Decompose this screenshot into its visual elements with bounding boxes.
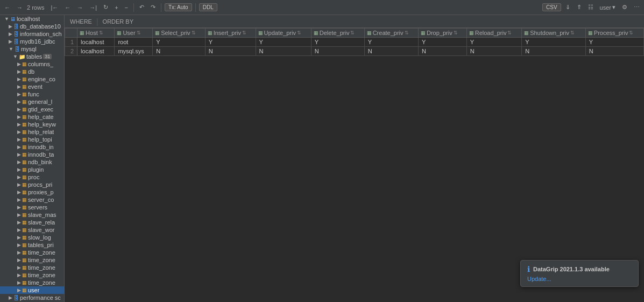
sidebar-item-time-zone2[interactable]: ▶ ▦ time_zone [0, 256, 64, 264]
sidebar-item-plugin[interactable]: ▶ ▦ plugin [0, 166, 64, 173]
th-delete-priv[interactable]: ▦ Delete_priv ⇅ [311, 29, 364, 38]
table-row[interactable]: 1localhostrootYYYYYYYYY [65, 38, 644, 47]
th-select-priv[interactable]: ▦ Select_priv ⇅ [153, 29, 206, 38]
sidebar-item-server-co[interactable]: ▶ ▦ server_co [0, 196, 64, 203]
cell-drop_priv[interactable]: N [418, 47, 466, 56]
sidebar-item-label: slave_wor [28, 227, 55, 233]
main-layout: ▼ 🖥 localhost ▶ 🗄 db_database10 ▶ 🗄 info… [0, 15, 644, 302]
nav-first-button[interactable]: |← [48, 3, 60, 12]
th-host[interactable]: ▦ Host ⇅ [77, 29, 115, 38]
sidebar-item-gtid-exec[interactable]: ▶ ▦ gtid_exec [0, 106, 64, 113]
cell-create_priv[interactable]: Y [364, 38, 418, 47]
sidebar-item-slave-wor[interactable]: ▶ ▦ slave_wor [0, 226, 64, 234]
cell-user[interactable]: mysql.sys [115, 47, 153, 56]
redo-button[interactable]: ↷ [148, 3, 158, 12]
cell-host[interactable]: localhost [77, 47, 115, 56]
sidebar-item-tables[interactable]: ▼ 📁 tables 31 [0, 53, 64, 60]
cell-insert_priv[interactable]: Y [205, 38, 256, 47]
sidebar-item-help-keyw[interactable]: ▶ ▦ help_keyw [0, 121, 64, 128]
sidebar-item-innodb-in[interactable]: ▶ ▦ innodb_in [0, 143, 64, 151]
refresh-button[interactable]: ↻ [101, 3, 110, 12]
sidebar-item-columns[interactable]: ▶ ▦ columns_ [0, 60, 64, 68]
user-menu[interactable]: user ▾ [598, 3, 618, 12]
sidebar-item-slave-mas[interactable]: ▶ ▦ slave_mas [0, 211, 64, 219]
cell-insert_priv[interactable]: N [205, 47, 256, 56]
filter-button[interactable]: ☷ [586, 3, 596, 12]
download-button[interactable]: ⇓ [563, 3, 572, 12]
add-row-button[interactable]: + [112, 3, 120, 12]
sidebar-item-help-cate[interactable]: ▶ ▦ help_cate [0, 113, 64, 121]
th-process-priv[interactable]: ▦ Process_priv ⇅ [585, 29, 643, 38]
sidebar-item-ndb-bink[interactable]: ▶ ▦ ndb_bink [0, 158, 64, 166]
sidebar-item-proc[interactable]: ▶ ▦ proc [0, 173, 64, 181]
th-create-priv[interactable]: ▦ Create_priv ⇅ [364, 29, 418, 38]
sidebar-item-performance-sc[interactable]: ▶ 🗄 performance sc [0, 294, 64, 301]
th-shutdown-priv[interactable]: ▦ Shutdown_priv ⇅ [522, 29, 586, 38]
table-row[interactable]: 2localhostmysql.sysNNNNNNNNN [65, 47, 644, 56]
cell-host[interactable]: localhost [77, 38, 115, 47]
upload-button[interactable]: ⇑ [575, 3, 584, 12]
cell-shutdown_priv[interactable]: Y [522, 38, 586, 47]
th-reload-priv[interactable]: ▦ Reload_priv ⇅ [466, 29, 521, 38]
back-button[interactable]: ← [2, 3, 12, 12]
cell-rownum[interactable]: 1 [65, 38, 77, 47]
cell-select_priv[interactable]: N [153, 47, 206, 56]
cell-user[interactable]: root [115, 38, 153, 47]
sidebar-item-time-zone1[interactable]: ▶ ▦ time_zone [0, 249, 64, 256]
sidebar-item-time-zone4[interactable]: ▶ ▦ time_zone [0, 271, 64, 279]
settings-button[interactable]: ⚙ [620, 3, 629, 12]
sidebar-item-func[interactable]: ▶ ▦ func [0, 90, 64, 98]
sidebar-item-help-topi[interactable]: ▶ ▦ help_topi [0, 136, 64, 143]
sidebar-item-time-zone3[interactable]: ▶ ▦ time_zone [0, 264, 64, 271]
sidebar-item-proxies-p[interactable]: ▶ ▦ proxies_p [0, 188, 64, 196]
th-user[interactable]: ▦ User ⇅ [115, 29, 153, 38]
csv-dropdown[interactable]: CSV [542, 3, 561, 11]
sidebar-item-slow-log[interactable]: ▶ ▦ slow_log [0, 234, 64, 241]
undo-button[interactable]: ↶ [137, 3, 146, 12]
cell-select_priv[interactable]: Y [153, 38, 206, 47]
cell-create_priv[interactable]: N [364, 47, 418, 56]
nav-prev-button[interactable]: ← [62, 3, 73, 12]
cell-shutdown_priv[interactable]: N [522, 47, 586, 56]
th-insert-priv[interactable]: ▦ Insert_priv ⇅ [205, 29, 256, 38]
forward-button[interactable]: → [15, 3, 25, 12]
sidebar-item-servers[interactable]: ▶ ▦ servers [0, 203, 64, 211]
th-drop-priv[interactable]: ▦ Drop_priv ⇅ [418, 29, 466, 38]
sidebar-item-procs-pri[interactable]: ▶ ▦ procs_pri [0, 181, 64, 188]
cell-process_priv[interactable]: Y [585, 38, 643, 47]
nav-last-button[interactable]: →| [87, 3, 99, 12]
order-by-section: ORDER BY [101, 18, 136, 25]
th-update-priv[interactable]: ▦ Update_priv ⇅ [256, 29, 311, 38]
nav-next-button[interactable]: → [75, 3, 85, 12]
sidebar-item-tables-pri[interactable]: ▶ ▦ tables_pri [0, 241, 64, 249]
sidebar-item-mydb16-jdbc[interactable]: ▶ 🗄 mydb16_jdbc [0, 38, 64, 45]
cell-delete_priv[interactable]: Y [311, 38, 364, 47]
sidebar-item-label: time_zone [28, 257, 55, 263]
update-link[interactable]: Update... [527, 276, 551, 282]
sidebar-item-mysql[interactable]: ▼ 🗄 mysql [0, 45, 64, 53]
sidebar-item-help-relat[interactable]: ▶ ▦ help_relat [0, 128, 64, 136]
sidebar-item-engine-co[interactable]: ▶ ▦ engine_co [0, 75, 64, 83]
sidebar-item-localhost[interactable]: ▼ 🖥 localhost [0, 15, 64, 23]
sidebar-item-db[interactable]: ▶ ▦ db [0, 68, 64, 75]
more-button[interactable]: ⋯ [632, 3, 642, 12]
sidebar-item-innodb-ta[interactable]: ▶ ▦ innodb_ta [0, 151, 64, 158]
sidebar-item-general-l[interactable]: ▶ ▦ general_l [0, 98, 64, 106]
cell-update_priv[interactable]: Y [256, 38, 311, 47]
cell-drop_priv[interactable]: Y [418, 38, 466, 47]
sidebar-item-slave-rela[interactable]: ▶ ▦ slave_rela [0, 219, 64, 226]
cell-reload_priv[interactable]: N [466, 47, 521, 56]
order-by-label: ORDER BY [103, 18, 133, 25]
table-header-row: ▦ Host ⇅ ▦ User ⇅ [65, 29, 644, 38]
cell-delete_priv[interactable]: N [311, 47, 364, 56]
sidebar-item-information-sch[interactable]: ▶ 🗄 information_sch [0, 30, 64, 38]
cell-process_priv[interactable]: N [585, 47, 643, 56]
delete-row-button[interactable]: − [123, 3, 130, 12]
sidebar-item-user[interactable]: ▶ ▦ user [0, 286, 64, 294]
sidebar-item-db-database10[interactable]: ▶ 🗄 db_database10 [0, 23, 64, 30]
cell-update_priv[interactable]: N [256, 47, 311, 56]
cell-rownum[interactable]: 2 [65, 47, 77, 56]
sidebar-item-time-zone5[interactable]: ▶ ▦ time_zone [0, 279, 64, 286]
sidebar-item-event[interactable]: ▶ ▦ event [0, 83, 64, 90]
cell-reload_priv[interactable]: Y [466, 38, 521, 47]
